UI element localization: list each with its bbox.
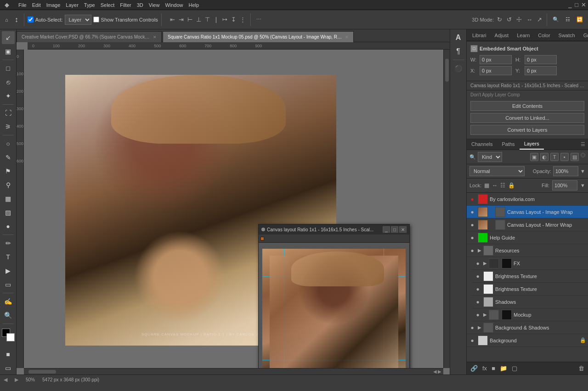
lock-artboards-icon[interactable]: ☷: [500, 182, 505, 189]
h-scroll-thumb[interactable]: [28, 370, 56, 374]
background-color[interactable]: [6, 333, 15, 341]
layer-item-brightness-2[interactable]: ● Brightness Texture: [472, 283, 588, 296]
convert-layers-btn[interactable]: Convert to Layers: [470, 125, 584, 135]
layer-vis-shadows[interactable]: ●: [474, 298, 481, 306]
lock-move-icon[interactable]: ↔: [492, 182, 498, 189]
filter-type-icon[interactable]: T: [550, 153, 559, 161]
v-scroll-thumb[interactable]: [445, 59, 449, 82]
layer-vis-canvas-mirror-wrap[interactable]: ●: [469, 221, 476, 229]
float-minimize-btn[interactable]: ⎯: [383, 226, 390, 233]
share-btn[interactable]: 🔁: [574, 15, 585, 24]
nav-tab-gradie[interactable]: Gradie: [580, 29, 588, 41]
rsb-A-btn[interactable]: A: [452, 31, 465, 44]
auto-select-dropdown[interactable]: Layer: [65, 15, 91, 25]
layer-item-bg-shadows[interactable]: ● ▶ Background & Shadows: [467, 321, 588, 334]
layer-item-brightness-1[interactable]: ● Brightness Texture: [472, 270, 588, 283]
3d-pan-btn[interactable]: ☩: [515, 15, 523, 24]
layer-item-background[interactable]: ● Background 🔒: [467, 334, 588, 347]
nav-tab-learn[interactable]: Learn: [513, 29, 533, 41]
lasso-tool[interactable]: ⎋: [2, 76, 15, 89]
tab-1[interactable]: Creative Market Cover.PSD @ 66.7% (Squar…: [17, 31, 162, 42]
layer-vis-canvas-image-wrap[interactable]: ●: [469, 208, 476, 216]
h-scrollbar[interactable]: ◀ ▶: [24, 368, 443, 374]
fill-input[interactable]: [552, 180, 577, 190]
magic-wand-tool[interactable]: ✦: [2, 89, 15, 102]
home-btn[interactable]: ⌂: [3, 16, 11, 24]
layer-vis-brightness-1[interactable]: ●: [474, 273, 481, 280]
align-top-btn[interactable]: ⊥: [195, 15, 203, 24]
3d-rotate-btn[interactable]: ↻: [496, 15, 503, 24]
float-close-btn[interactable]: ✕: [399, 226, 407, 233]
crop-tool[interactable]: ⛶: [2, 106, 15, 119]
layers-tab[interactable]: Layers: [520, 139, 544, 150]
y-input[interactable]: [525, 66, 557, 75]
menu-select[interactable]: Select: [98, 0, 118, 10]
pen-tool[interactable]: ✏: [2, 237, 15, 250]
add-mask-btn[interactable]: ■: [491, 364, 496, 373]
more-options-btn[interactable]: ⋯: [254, 15, 264, 24]
layers-panel-options[interactable]: ☰: [578, 140, 588, 149]
filter-smart-icon[interactable]: ▤: [571, 153, 579, 161]
menu-edit[interactable]: Edit: [29, 0, 44, 10]
3d-slide-btn[interactable]: ↔: [525, 15, 534, 24]
quick-mask-btn[interactable]: ■: [2, 348, 15, 361]
menu-filter[interactable]: Filter: [117, 0, 134, 10]
delete-layer-btn[interactable]: 🗑: [577, 364, 585, 373]
scroll-prev[interactable]: ◀: [433, 369, 437, 374]
filter-pixel-icon[interactable]: ▣: [530, 153, 538, 161]
layer-item-resources[interactable]: ● ▶ Resources: [467, 244, 588, 257]
clone-tool[interactable]: ⚑: [2, 165, 15, 178]
align-middle-btn[interactable]: ⊤: [204, 15, 211, 24]
scroll-next[interactable]: ▶: [438, 369, 441, 374]
rsb-circle-dot-btn[interactable]: ⚫: [452, 62, 465, 75]
workspace-btn[interactable]: ☷: [563, 15, 572, 24]
app-menu-ps[interactable]: ◆: [2, 0, 12, 10]
distribute-more-btn[interactable]: ⋮: [238, 15, 247, 24]
align-right-btn[interactable]: ⊢: [186, 15, 194, 24]
opacity-arrow[interactable]: ▼: [580, 168, 585, 174]
x-input[interactable]: [480, 66, 512, 75]
nav-tab-librari[interactable]: Librari: [469, 29, 490, 41]
rsb-para-btn[interactable]: ¶: [452, 45, 465, 58]
dont-apply-btn[interactable]: Don't Apply Layer Comp: [467, 90, 588, 99]
new-layer-btn[interactable]: ▢: [511, 364, 518, 373]
nav-tab-color[interactable]: Color: [534, 29, 554, 41]
link-layers-btn[interactable]: 🔗: [469, 364, 479, 373]
move-tool[interactable]: ↙: [2, 31, 15, 44]
fill-arrow[interactable]: ▼: [580, 183, 585, 188]
paths-tab[interactable]: Paths: [497, 139, 519, 149]
status-nav-next[interactable]: ▶: [15, 377, 18, 383]
align-center-btn[interactable]: ⇥: [177, 15, 185, 24]
marquee-tool[interactable]: □: [2, 62, 15, 75]
layer-vis-resources[interactable]: ●: [469, 247, 476, 254]
menu-help[interactable]: Help: [186, 0, 202, 10]
blend-mode-select[interactable]: Normal: [469, 166, 525, 176]
bg-shadows-arrow[interactable]: ▶: [478, 325, 481, 330]
layer-vis-fx[interactable]: ●: [474, 260, 481, 267]
fx-btn[interactable]: fx: [481, 364, 488, 373]
search-btn[interactable]: 🔍: [550, 15, 561, 24]
menu-file[interactable]: File: [16, 0, 29, 10]
shape-tool[interactable]: ▭: [2, 278, 15, 291]
tab-2[interactable]: Square Canvas Ratio 1x1 Mockup 05.psd @ …: [163, 31, 354, 42]
layer-item-canvas-mirror-wrap[interactable]: ● Canvas Layout - Mirror Wrap: [467, 218, 588, 231]
distribute-h-btn[interactable]: ↦: [221, 15, 229, 24]
layer-item-fx[interactable]: ● ▶ FX: [472, 257, 588, 270]
3d-scale-btn[interactable]: ↗: [536, 15, 543, 24]
layer-item-shadows[interactable]: ● Shadows: [472, 296, 588, 308]
float-maximize-btn[interactable]: □: [391, 226, 398, 233]
layer-vis-help-guide[interactable]: ●: [469, 234, 476, 241]
new-group-btn[interactable]: 📁: [499, 364, 508, 373]
menu-view[interactable]: View: [146, 0, 163, 10]
w-input[interactable]: [480, 55, 512, 64]
align-left-btn[interactable]: ⇤: [169, 15, 176, 24]
nav-tab-adjust[interactable]: Adjust: [491, 29, 513, 41]
tab-2-close[interactable]: ✕: [345, 35, 349, 39]
zoom-tool[interactable]: 🔍: [2, 309, 15, 322]
menu-image[interactable]: Image: [44, 0, 63, 10]
mockup-arrow[interactable]: ▶: [483, 312, 487, 317]
tab-1-close[interactable]: ✕: [153, 35, 157, 39]
layer-item-help-guide[interactable]: ● Help Guide: [467, 231, 588, 244]
layer-vis-carlosviloria[interactable]: ●: [469, 196, 476, 203]
artboard-tool[interactable]: ▣: [2, 45, 15, 58]
